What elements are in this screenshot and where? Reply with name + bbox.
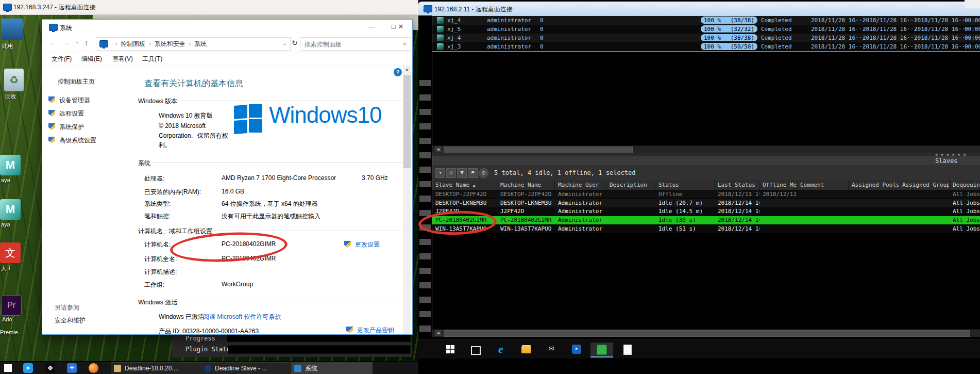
- left-rdp-titlebar[interactable]: 192.168.3.247 - 远程桌面连接: [0, 0, 418, 15]
- breadcrumb-system-security[interactable]: 系统和安全: [155, 40, 185, 47]
- breadcrumb-control-panel[interactable]: 控制面板: [121, 40, 145, 47]
- checkbox-filter-icon[interactable]: ☑: [446, 168, 456, 178]
- this-pc-icon[interactable]: [1, 19, 23, 40]
- history-dropdown[interactable]: ⌄: [75, 39, 79, 44]
- col-slave-name[interactable]: Slave Name ▲: [432, 180, 497, 190]
- start-button[interactable]: [440, 343, 461, 356]
- panel-drag-handle[interactable]: ▪ ▪ ▪ ▪ ▪ ▪: [432, 153, 980, 156]
- file-explorer-button[interactable]: [516, 343, 536, 356]
- windows-logo-pane: [234, 105, 247, 119]
- sidebar-security-maintenance[interactable]: 安全和维护: [55, 316, 86, 325]
- job-row[interactable]: xj_4 administrator 0 100 %(38/38) Comple…: [432, 34, 980, 43]
- sidebar-control-panel-home[interactable]: 控制面板主页: [58, 77, 95, 86]
- taskbar-button-system[interactable]: 系统: [291, 362, 373, 374]
- col-description[interactable]: Description: [606, 180, 655, 190]
- scroll-up-arrow[interactable]: ▲: [405, 67, 409, 72]
- forward-button[interactable]: →: [63, 39, 70, 47]
- panel-menu-icon[interactable]: ▾: [435, 168, 445, 178]
- col-assigned-pools[interactable]: Assigned Pools: [849, 180, 899, 190]
- taskbar-button-deadline-slave[interactable]: Deadline Slave - ...: [201, 362, 297, 374]
- change-product-key-link[interactable]: 更改产品密钥: [346, 326, 394, 334]
- menu-tools[interactable]: 工具(T): [142, 55, 162, 63]
- deadline-monitor-button[interactable]: ➤: [566, 343, 587, 356]
- slave-row-j2pf42d[interactable]: J2PF42D J2PF42D Administrator Idle (14.5…: [432, 207, 980, 216]
- premiere-icon[interactable]: Pr: [1, 295, 22, 316]
- maya-icon[interactable]: M: [0, 199, 21, 220]
- sidebar-device-manager[interactable]: 设备管理器: [48, 96, 90, 105]
- refresh-icon[interactable]: ↻: [292, 39, 298, 47]
- slaves-horizontal-scrollbar[interactable]: ◀: [432, 329, 980, 337]
- breadcrumb-system[interactable]: 系统: [194, 40, 207, 47]
- product-id: 产品 ID: 00328-10000-00001-AA263: [159, 327, 259, 334]
- slave-row-pc-20180402gimr-selected[interactable]: PC-20180402GIMR PC-20180402GIMR Administ…: [432, 216, 980, 224]
- maya-label[interactable]: aya: [1, 221, 10, 227]
- firefox-icon[interactable]: [89, 363, 98, 373]
- menu-view[interactable]: 查看(V): [112, 55, 133, 63]
- menu-file[interactable]: 文件(F): [52, 55, 72, 63]
- task-view-button[interactable]: [465, 343, 486, 356]
- col-offline-message[interactable]: Offline Message: [759, 180, 797, 190]
- slave-row-win-13a5t7kapuo[interactable]: WIN-13A5T7KAPUO WIN-13A5T7KAPUO Administ…: [432, 225, 980, 233]
- change-settings-link[interactable]: 更改设置: [344, 240, 380, 249]
- col-last-status[interactable]: Last Status Upda: [715, 180, 759, 190]
- taskbar-button-deadline-folder[interactable]: Deadline-10.0.20....: [111, 362, 207, 374]
- deadline-launcher-button-active[interactable]: [590, 343, 613, 357]
- sidebar-system-protection[interactable]: 系统保护: [48, 123, 84, 132]
- recycle-bin-label[interactable]: 回收: [5, 93, 16, 101]
- col-status[interactable]: Status: [655, 180, 715, 190]
- close-button[interactable]: ✕: [390, 20, 412, 34]
- notepad-button[interactable]: [617, 343, 638, 356]
- funnel-filter-icon[interactable]: ▼: [457, 168, 467, 178]
- right-rdp-titlebar[interactable]: 192.168.2.11 - 远程桌面连接: [418, 2, 980, 16]
- slave-row-desktop-lknem3u[interactable]: DESKTOP-LKNEM3U DESKTOP-LKNEM3U Administ…: [432, 199, 980, 207]
- edge-button[interactable]: e: [491, 343, 511, 356]
- scrollbar-thumb[interactable]: [444, 330, 970, 337]
- slaves-table-header[interactable]: Slave Name ▲ Machine Name Machine User D…: [432, 180, 980, 190]
- start-button-icon[interactable]: [4, 364, 12, 372]
- clock-icon[interactable]: ◷: [479, 168, 488, 178]
- sidebar-advanced-settings[interactable]: 高级系统设置: [48, 136, 96, 145]
- slave-last-update: 2018/12/14 16···: [715, 216, 759, 224]
- search-icon[interactable]: ⌕: [403, 40, 407, 47]
- this-pc-label[interactable]: 此电: [2, 42, 13, 50]
- license-terms-link[interactable]: 阅读 Microsoft 软件许可条款: [203, 313, 281, 321]
- address-bar[interactable]: ›控制面板›系统和安全›系统 ⌄: [96, 37, 291, 51]
- recycle-bin-icon[interactable]: ♻: [4, 69, 24, 91]
- address-dropdown-icon[interactable]: ⌄: [283, 40, 287, 46]
- job-date-started: 2018/11/28 16···: [863, 17, 917, 24]
- thunder-icon[interactable]: ➤: [23, 363, 33, 373]
- premiere-label[interactable]: Ado: [2, 316, 12, 322]
- col-assigned-groups[interactable]: Assigned Groups: [899, 180, 950, 190]
- job-row[interactable]: xj_5 administrator 0 100 %(32/32) Comple…: [432, 25, 980, 34]
- help-button[interactable]: ?: [394, 68, 402, 76]
- sidebar-remote-settings[interactable]: 远程设置: [48, 109, 84, 118]
- translate-app-label[interactable]: 人工: [1, 265, 12, 272]
- back-button[interactable]: ←: [49, 39, 57, 47]
- job-row[interactable]: xj_4 administrator 0 100 %(38/38) Comple…: [432, 15, 980, 25]
- mail-button[interactable]: ✉: [541, 343, 562, 356]
- col-dequeuing[interactable]: Dequeuing: [950, 180, 980, 190]
- asterisk-app-icon[interactable]: ✳: [67, 363, 77, 373]
- slaves-panel-header[interactable]: Slaves: [432, 156, 980, 166]
- maya-label[interactable]: aya: [1, 177, 10, 183]
- minimize-button[interactable]: —: [360, 20, 382, 34]
- scroll-left-arrow[interactable]: ◀: [435, 330, 442, 336]
- breadcrumb-chevron: ›: [145, 41, 154, 47]
- col-machine-user[interactable]: Machine User: [555, 180, 606, 190]
- slave-row-desktop-j2pf42d[interactable]: DESKTOP-J2PF42D DESKTOP-J2PF42D Administ…: [432, 190, 980, 199]
- windows-edition: Windows 10 教育版: [159, 111, 213, 120]
- scrollbar-thumb[interactable]: [403, 75, 411, 168]
- search-box[interactable]: 搜索控制面板 ⌕: [300, 37, 411, 51]
- job-row[interactable]: xj_3 administrator 0 100 %(50/50) Comple…: [432, 42, 980, 52]
- flag-icon[interactable]: ⚑: [468, 168, 478, 178]
- vertical-scrollbar[interactable]: ▲: [403, 66, 411, 334]
- menu-edit[interactable]: 编辑(E): [81, 55, 102, 63]
- premiere-label2[interactable]: Premie...: [0, 329, 23, 335]
- up-button[interactable]: ↑: [85, 39, 88, 47]
- maya-icon[interactable]: M: [0, 155, 21, 175]
- scroll-left-arrow[interactable]: ◀: [435, 147, 442, 152]
- col-comment[interactable]: Comment: [797, 180, 849, 190]
- bird-app-icon[interactable]: ❖: [45, 363, 55, 373]
- translate-app-icon[interactable]: 文: [0, 242, 21, 263]
- col-machine-name[interactable]: Machine Name: [497, 180, 555, 190]
